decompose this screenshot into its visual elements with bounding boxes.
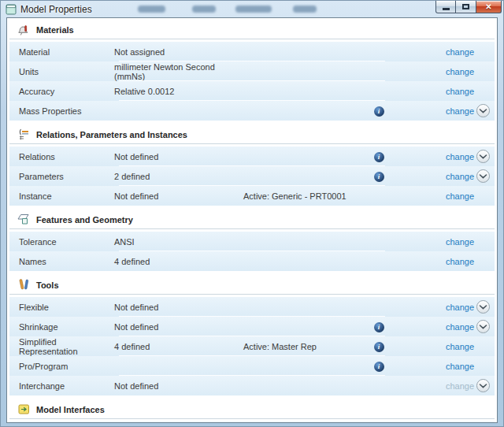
property-row: RelationsNot definedichange (9, 147, 495, 166)
maximize-icon (462, 4, 469, 9)
info-icon[interactable]: i (374, 362, 384, 372)
change-link[interactable]: change (446, 342, 474, 351)
change-link[interactable]: change (446, 237, 474, 247)
row-label: Simplified Representation (9, 337, 114, 356)
info-slot: i (361, 151, 396, 162)
window-title: Model Properties (20, 4, 92, 15)
change-link[interactable]: change (446, 362, 474, 371)
property-row: Unitsmillimeter Newton Second (mmNs)chan… (9, 61, 495, 81)
row-label: Tolerance (9, 237, 114, 247)
change-link[interactable]: change (446, 191, 474, 201)
property-row: ShrinkageNot definedichange (9, 317, 495, 336)
redacted-menu-item[interactable] (138, 6, 165, 13)
redacted-menu-item[interactable] (293, 6, 317, 13)
model-interfaces-icon (17, 403, 31, 416)
property-row: Names4 definedchange (9, 251, 495, 271)
property-row: FlexibleNot definedchange (9, 297, 495, 317)
row-active-value: Active: Generic - PRT0001 (243, 191, 361, 201)
change-slot: change (396, 47, 474, 57)
change-slot: change (396, 237, 474, 247)
redacted-menu-item[interactable] (192, 6, 216, 13)
change-link[interactable]: change (446, 257, 474, 266)
row-group: FlexibleNot definedchangeShrinkageNot de… (9, 297, 495, 395)
property-row: Mass Propertiesichange (9, 101, 495, 121)
section-title: Relations, Parameters and Instances (36, 130, 187, 139)
chevron-slot (474, 320, 495, 333)
model-window-icon (6, 4, 17, 15)
row-value: millimeter Newton Second (mmNs) (114, 62, 243, 81)
change-slot: change (396, 362, 474, 371)
row-value: Not defined (114, 381, 243, 391)
chevron-down-icon[interactable] (476, 300, 490, 314)
row-label: Parameters (9, 172, 114, 181)
row-value: ANSI (114, 237, 243, 247)
row-label: Flexible (9, 303, 114, 312)
change-link[interactable]: change (446, 152, 474, 162)
row-label: Shrinkage (9, 322, 114, 332)
info-icon[interactable]: i (374, 172, 384, 182)
row-label: Material (9, 47, 114, 57)
row-value: Not defined (114, 303, 243, 312)
change-link[interactable]: change (446, 172, 474, 181)
change-link[interactable]: change (446, 87, 474, 96)
info-slot: i (361, 171, 396, 182)
chevron-slot (474, 379, 495, 392)
row-value: Not defined (114, 322, 243, 332)
section-header: Tools (9, 276, 495, 295)
close-button[interactable]: ✕ (476, 1, 502, 13)
property-row: InterchangeNot definedchange (9, 376, 495, 395)
property-row: Reference ControlDefault settingschange (9, 421, 495, 423)
property-row: ToleranceANSIchange (9, 232, 495, 251)
row-value: Not defined (114, 152, 243, 162)
change-slot: change (396, 191, 474, 201)
row-label: Mass Properties (9, 106, 114, 116)
tools-icon (17, 278, 31, 291)
section: Relations, Parameters and InstancesRelat… (9, 125, 495, 206)
info-slot: i (361, 106, 396, 117)
row-label: Units (9, 67, 114, 76)
minimize-button[interactable] (435, 1, 456, 13)
property-row: Pro/Programichange (9, 356, 495, 376)
info-slot: i (361, 361, 396, 372)
info-slot: i (361, 321, 396, 332)
maximize-button[interactable] (455, 1, 476, 13)
property-row: InstanceNot definedActive: Generic - PRT… (9, 186, 495, 206)
chevron-slot (474, 104, 495, 117)
menubar (138, 6, 317, 13)
change-link[interactable]: change (446, 322, 474, 332)
info-icon[interactable]: i (374, 106, 384, 117)
minimize-icon (443, 8, 450, 10)
redacted-menu-item[interactable] (235, 6, 272, 13)
window-controls: ✕ (436, 1, 502, 13)
info-slot: i (361, 341, 396, 352)
row-label: Accuracy (9, 87, 114, 96)
info-icon[interactable]: i (374, 342, 384, 352)
chevron-down-icon[interactable] (476, 320, 490, 333)
change-link[interactable]: change (446, 47, 474, 57)
row-value: Relative 0.0012 (114, 87, 243, 96)
property-row: Parameters2 definedichange (9, 166, 495, 186)
row-active-value: Active: Master Rep (243, 342, 361, 351)
change-link[interactable]: change (446, 106, 474, 116)
row-group: MaterialNot assignedchangeUnitsmillimete… (9, 42, 495, 121)
row-group: ToleranceANSIchangeNames4 definedchange (9, 232, 495, 271)
row-value: 4 defined (114, 257, 243, 266)
row-label: Instance (9, 191, 114, 201)
chevron-down-icon[interactable] (476, 169, 490, 183)
info-icon[interactable]: i (374, 322, 384, 332)
change-slot: change (396, 257, 474, 266)
chevron-down-icon[interactable] (476, 150, 490, 163)
change-slot: change (396, 106, 474, 116)
sections-container: MaterialsMaterialNot assignedchangeUnits… (9, 20, 495, 423)
info-icon[interactable]: i (374, 152, 384, 162)
change-link[interactable]: change (446, 67, 474, 76)
property-row: AccuracyRelative 0.0012change (9, 81, 495, 101)
titlebar[interactable]: Model Properties ✕ (1, 1, 503, 17)
chevron-down-icon[interactable] (476, 104, 490, 117)
chevron-down-icon[interactable] (476, 379, 490, 392)
change-slot: change (396, 172, 474, 181)
section-title: Materials (36, 25, 74, 35)
model-properties-window: Model Properties ✕ MaterialsMaterialNot … (0, 0, 504, 427)
section: ToolsFlexibleNot definedchangeShrinkageN… (9, 276, 495, 395)
change-link[interactable]: change (446, 303, 474, 312)
